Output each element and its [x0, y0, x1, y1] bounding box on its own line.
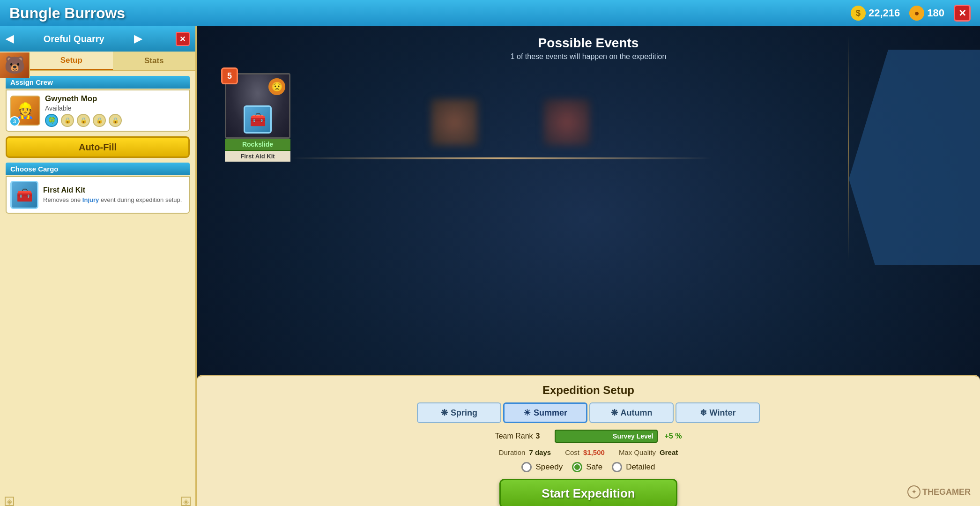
max-quality-label: Max Quality [619, 448, 656, 456]
map-divider [848, 36, 849, 260]
season-buttons-row: ❋ Spring ☀ Summer ❋ Autumn ❄ Winter [206, 402, 971, 423]
cargo-item-row: 🧰 First Aid Kit Removes one Injury event… [10, 181, 185, 209]
duration-label: Duration [499, 448, 526, 456]
winter-label: Winter [710, 408, 736, 418]
crew-skill-3: 🔒 [77, 114, 90, 127]
cargo-emoji: 🧰 [16, 187, 33, 203]
event-item-box: 🧰 [244, 105, 272, 134]
detailed-radio [612, 462, 622, 472]
season-spring-button[interactable]: ❋ Spring [417, 402, 501, 423]
map-area: Possible Events 1 of these events will h… [197, 26, 980, 506]
panel-tabs: Setup Stats [30, 52, 195, 71]
cargo-desc-prefix: Removes one [43, 196, 81, 203]
crew-skill-icons: 🍀 🔒 🔒 🔒 🔒 [45, 114, 185, 127]
assign-crew-header: Assign Crew [6, 76, 190, 89]
cost-detail: Cost $1,500 [565, 448, 605, 456]
possible-events-section: Possible Events 1 of these events will h… [197, 36, 980, 61]
panel-location-name: Oreful Quarry [44, 34, 104, 45]
survey-level-label: Survey Level [613, 432, 653, 440]
mode-speedy-button[interactable]: Speedy [521, 462, 563, 472]
panel-close-button[interactable]: ✕ [176, 32, 190, 46]
crew-level-badge: 3 [9, 116, 20, 126]
season-summer-button[interactable]: ☀ Summer [503, 402, 587, 423]
expedition-setup-panel: Expedition Setup ❋ Spring ☀ Summer ❋ Aut… [197, 375, 980, 506]
duration-detail: Duration 7 days [499, 448, 551, 456]
season-winter-button[interactable]: ❄ Winter [676, 402, 760, 423]
top-bar-right: $ 22,216 ● 180 ✕ [851, 5, 971, 22]
event-card-rockslide[interactable]: 5 😟 🧰 Rockslide First Aid Kit [225, 73, 290, 162]
speedy-radio [521, 462, 532, 472]
close-button-top[interactable]: ✕ [954, 5, 971, 22]
crew-status: Available [45, 104, 185, 112]
summer-icon: ☀ [523, 408, 531, 418]
team-rank-stat: Team Rank 3 [488, 428, 548, 445]
mode-safe-button[interactable]: Safe [572, 462, 602, 472]
max-quality-value: Great [660, 448, 678, 456]
panel-nav-prev-button[interactable]: ◀ [6, 33, 14, 45]
gold-value: 22,216 [869, 7, 900, 19]
corner-deco-left: ◈ [5, 497, 14, 506]
gold-icon: $ [851, 6, 866, 21]
cargo-description: Removes one Injury event during expediti… [43, 196, 185, 204]
blurred-event-1 [431, 99, 478, 146]
event-card-item-name: First Aid Kit [225, 151, 290, 162]
event-card-number: 5 [221, 67, 238, 84]
mode-buttons-row: Speedy Safe Detailed [206, 462, 971, 472]
tg-symbol: ✦ [907, 485, 921, 499]
crew-skill-4: 🔒 [93, 114, 106, 127]
map-path [290, 157, 712, 159]
autumn-label: Autumn [621, 408, 653, 418]
terrain-decoration [849, 50, 980, 265]
team-rank-value: 3 [536, 432, 540, 440]
safe-label: Safe [586, 462, 602, 472]
autumn-icon: ❋ [611, 408, 618, 418]
panel-avatar-image: 🐻 [4, 55, 25, 75]
tab-setup[interactable]: Setup [30, 52, 113, 70]
panel-bottom-decoration: ◈ ◈ [0, 492, 195, 506]
crew-name: Gwyneth Mop [45, 94, 185, 104]
top-bar: Bungle Burrows $ 22,216 ● 180 ✕ [0, 0, 980, 26]
game-title: Bungle Burrows [9, 5, 125, 22]
speedy-label: Speedy [535, 462, 563, 472]
crew-emoji: 👷 [16, 102, 35, 119]
event-cards-container: 5 😟 🧰 Rockslide First Aid Kit [225, 73, 590, 162]
start-expedition-button[interactable]: Start Expedition [499, 479, 677, 506]
survey-level-bar: Survey Level [555, 430, 658, 443]
crew-skill-1: 🍀 [45, 114, 58, 127]
crew-skill-5: 🔒 [109, 114, 122, 127]
currency-gold: $ 22,216 [851, 6, 900, 21]
panel-avatar: 🐻 [0, 52, 30, 78]
cargo-item-icon: 🧰 [10, 181, 38, 209]
duration-value: 7 days [529, 448, 551, 456]
cost-label: Cost [565, 448, 579, 456]
coin-icon: ● [909, 6, 924, 21]
left-panel: ◀ Oreful Quarry ▶ ✕ 🐻 Setup Stats Assign… [0, 26, 197, 506]
season-autumn-button[interactable]: ❋ Autumn [589, 402, 674, 423]
detailed-label: Detailed [626, 462, 655, 472]
panel-header: ◀ Oreful Quarry ▶ ✕ [0, 26, 195, 52]
crew-info: Gwyneth Mop Available 🍀 🔒 🔒 🔒 🔒 [45, 94, 185, 127]
spring-icon: ❋ [441, 408, 448, 418]
tg-text: THEGAMER [922, 487, 971, 497]
tab-stats[interactable]: Stats [113, 52, 196, 70]
event-face-icon: 😟 [268, 78, 285, 95]
expedition-setup-title: Expedition Setup [206, 384, 971, 397]
crew-avatar: 👷 3 [10, 96, 40, 126]
survey-level-value: +5 % [664, 432, 682, 440]
choose-cargo-body: 🧰 First Aid Kit Removes one Injury event… [6, 176, 190, 214]
cargo-info: First Aid Kit Removes one Injury event d… [43, 186, 185, 204]
first-aid-icon: 🧰 [250, 112, 266, 127]
thegamer-logo: ✦ THEGAMER [907, 485, 971, 499]
details-row: Duration 7 days Cost $1,500 Max Quality … [206, 448, 971, 456]
mode-detailed-button[interactable]: Detailed [612, 462, 655, 472]
max-quality-detail: Max Quality Great [619, 448, 678, 456]
auto-fill-button[interactable]: Auto-Fill [6, 136, 190, 158]
safe-radio [572, 462, 582, 472]
currency-coins: ● 180 [909, 6, 944, 21]
panel-nav-next-button[interactable]: ▶ [134, 33, 142, 45]
crew-member-row: 👷 3 Gwyneth Mop Available 🍀 🔒 🔒 🔒 🔒 [10, 94, 185, 127]
possible-events-title: Possible Events [197, 36, 980, 51]
cargo-name: First Aid Kit [43, 186, 185, 194]
blurred-event-2 [543, 99, 590, 146]
assign-crew-body: 👷 3 Gwyneth Mop Available 🍀 🔒 🔒 🔒 🔒 [6, 89, 190, 132]
